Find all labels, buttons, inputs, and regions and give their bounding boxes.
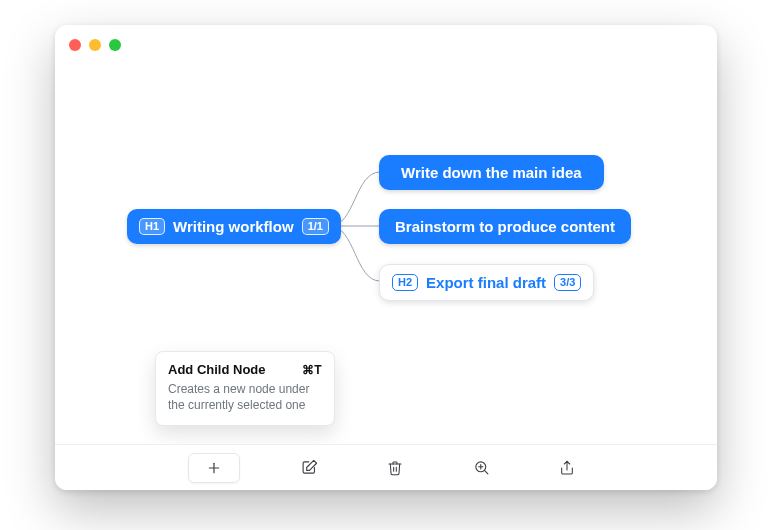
edit-icon: [301, 459, 318, 476]
zoom-in-button[interactable]: [464, 453, 498, 483]
tooltip-popover: Add Child Node ⌘T Creates a new node und…: [155, 351, 335, 426]
share-icon: [559, 460, 575, 476]
edit-node-button[interactable]: [292, 453, 326, 483]
tooltip-shortcut: ⌘T: [302, 363, 322, 377]
mindmap-child-node[interactable]: Write down the main idea: [379, 155, 604, 190]
heading-badge: H2: [392, 274, 418, 291]
count-badge: 3/3: [554, 274, 581, 291]
delete-node-button[interactable]: [378, 453, 412, 483]
heading-badge: H1: [139, 218, 165, 235]
trash-icon: [387, 460, 403, 476]
tooltip-title: Add Child Node: [168, 362, 266, 377]
mindmap-canvas[interactable]: H1 Writing workflow 1/1 Write down the m…: [55, 25, 717, 490]
mindmap-child-node[interactable]: Brainstorm to produce content: [379, 209, 631, 244]
connector-lines: [55, 25, 717, 490]
plus-icon: [206, 460, 222, 476]
mindmap-root-node[interactable]: H1 Writing workflow 1/1: [127, 209, 341, 244]
node-label: Brainstorm to produce content: [395, 218, 615, 235]
node-label: Export final draft: [426, 274, 546, 291]
count-badge: 1/1: [302, 218, 329, 235]
mindmap-child-node-selected[interactable]: H2 Export final draft 3/3: [379, 264, 594, 301]
add-node-button[interactable]: [188, 453, 240, 483]
node-label: Write down the main idea: [401, 164, 582, 181]
svg-line-3: [484, 471, 487, 474]
zoom-in-icon: [473, 459, 490, 476]
tooltip-description: Creates a new node under the currently s…: [168, 381, 322, 413]
app-window: H1 Writing workflow 1/1 Write down the m…: [55, 25, 717, 490]
bottom-toolbar: [55, 444, 717, 490]
share-button[interactable]: [550, 453, 584, 483]
node-label: Writing workflow: [173, 218, 294, 235]
